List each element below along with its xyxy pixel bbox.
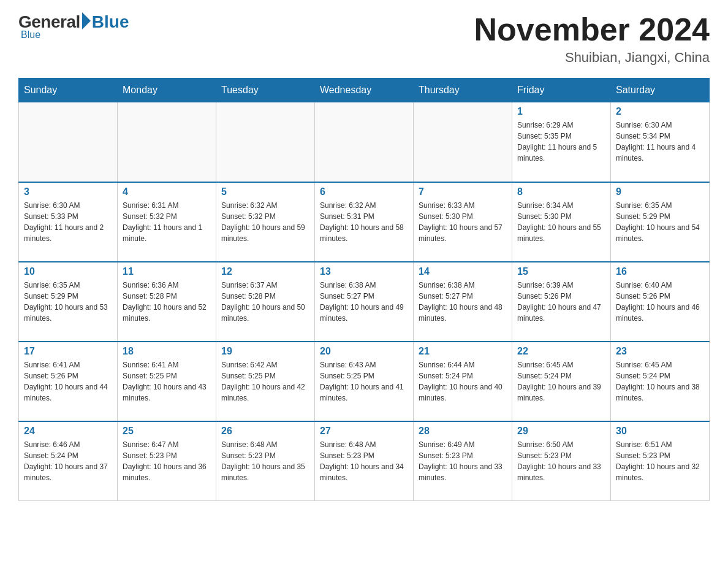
calendar-cell: 20Sunrise: 6:43 AMSunset: 5:25 PMDayligh… — [315, 342, 414, 421]
day-info: Sunrise: 6:29 AMSunset: 5:35 PMDaylight:… — [517, 120, 605, 164]
day-number: 12 — [221, 266, 309, 277]
calendar-cell — [216, 102, 315, 182]
day-info: Sunrise: 6:41 AMSunset: 5:26 PMDaylight:… — [24, 359, 112, 404]
day-number: 22 — [517, 346, 605, 357]
weekday-header-thursday: Thursday — [414, 79, 512, 102]
day-info: Sunrise: 6:47 AMSunset: 5:23 PMDaylight:… — [123, 439, 211, 483]
day-info: Sunrise: 6:43 AMSunset: 5:25 PMDaylight:… — [320, 359, 408, 404]
calendar-cell: 11Sunrise: 6:36 AMSunset: 5:28 PMDayligh… — [118, 262, 216, 342]
day-info: Sunrise: 6:37 AMSunset: 5:28 PMDaylight:… — [221, 280, 309, 324]
day-number: 4 — [123, 186, 211, 197]
weekday-header-sunday: Sunday — [19, 79, 118, 102]
day-number: 18 — [123, 346, 211, 357]
weekday-header-saturday: Saturday — [611, 79, 710, 102]
day-number: 19 — [221, 346, 309, 357]
calendar-week-row: 1Sunrise: 6:29 AMSunset: 5:35 PMDaylight… — [19, 102, 710, 182]
calendar-cell: 28Sunrise: 6:49 AMSunset: 5:23 PMDayligh… — [414, 421, 512, 501]
calendar-cell: 30Sunrise: 6:51 AMSunset: 5:23 PMDayligh… — [611, 421, 710, 501]
day-info: Sunrise: 6:38 AMSunset: 5:27 PMDaylight:… — [419, 280, 507, 324]
day-info: Sunrise: 6:48 AMSunset: 5:23 PMDaylight:… — [320, 439, 408, 483]
calendar-cell: 10Sunrise: 6:35 AMSunset: 5:29 PMDayligh… — [19, 262, 118, 342]
day-number: 10 — [24, 266, 112, 277]
calendar-cell: 6Sunrise: 6:32 AMSunset: 5:31 PMDaylight… — [315, 182, 414, 262]
day-number: 15 — [517, 266, 605, 277]
weekday-header-monday: Monday — [118, 79, 216, 102]
day-info: Sunrise: 6:39 AMSunset: 5:26 PMDaylight:… — [517, 280, 605, 324]
day-number: 20 — [320, 346, 408, 357]
calendar-cell: 26Sunrise: 6:48 AMSunset: 5:23 PMDayligh… — [216, 421, 315, 501]
calendar-cell: 4Sunrise: 6:31 AMSunset: 5:32 PMDaylight… — [118, 182, 216, 262]
logo-subtitle: Blue — [21, 29, 40, 40]
logo-triangle-icon — [82, 12, 91, 29]
day-info: Sunrise: 6:49 AMSunset: 5:23 PMDaylight:… — [419, 439, 507, 483]
day-info: Sunrise: 6:35 AMSunset: 5:29 PMDaylight:… — [24, 280, 112, 324]
day-info: Sunrise: 6:45 AMSunset: 5:24 PMDaylight:… — [616, 359, 704, 404]
calendar-cell: 29Sunrise: 6:50 AMSunset: 5:23 PMDayligh… — [512, 421, 611, 501]
calendar-subtitle: Shuibian, Jiangxi, China — [474, 50, 710, 66]
calendar-cell: 8Sunrise: 6:34 AMSunset: 5:30 PMDaylight… — [512, 182, 611, 262]
day-number: 28 — [419, 426, 507, 437]
logo-blue-text: Blue — [92, 12, 129, 32]
day-info: Sunrise: 6:48 AMSunset: 5:23 PMDaylight:… — [221, 439, 309, 483]
calendar-cell: 5Sunrise: 6:32 AMSunset: 5:32 PMDaylight… — [216, 182, 315, 262]
weekday-header-friday: Friday — [512, 79, 611, 102]
day-number: 8 — [517, 186, 605, 197]
day-number: 23 — [616, 346, 704, 357]
day-number: 2 — [616, 106, 704, 117]
day-number: 17 — [24, 346, 112, 357]
day-number: 11 — [123, 266, 211, 277]
day-info: Sunrise: 6:38 AMSunset: 5:27 PMDaylight:… — [320, 280, 408, 324]
calendar-cell: 15Sunrise: 6:39 AMSunset: 5:26 PMDayligh… — [512, 262, 611, 342]
calendar-cell: 18Sunrise: 6:41 AMSunset: 5:25 PMDayligh… — [118, 342, 216, 421]
day-info: Sunrise: 6:32 AMSunset: 5:32 PMDaylight:… — [221, 200, 309, 244]
calendar-cell — [315, 102, 414, 182]
day-number: 26 — [221, 426, 309, 437]
calendar-cell: 2Sunrise: 6:30 AMSunset: 5:34 PMDaylight… — [611, 102, 710, 182]
calendar-table: SundayMondayTuesdayWednesdayThursdayFrid… — [18, 78, 710, 501]
calendar-title: November 2024 — [474, 12, 710, 47]
day-number: 30 — [616, 426, 704, 437]
day-info: Sunrise: 6:45 AMSunset: 5:24 PMDaylight:… — [517, 359, 605, 404]
day-number: 6 — [320, 186, 408, 197]
calendar-cell: 17Sunrise: 6:41 AMSunset: 5:26 PMDayligh… — [19, 342, 118, 421]
day-info: Sunrise: 6:32 AMSunset: 5:31 PMDaylight:… — [320, 200, 408, 244]
day-info: Sunrise: 6:36 AMSunset: 5:28 PMDaylight:… — [123, 280, 211, 324]
calendar-cell: 25Sunrise: 6:47 AMSunset: 5:23 PMDayligh… — [118, 421, 216, 501]
calendar-cell: 9Sunrise: 6:35 AMSunset: 5:29 PMDaylight… — [611, 182, 710, 262]
calendar-week-row: 24Sunrise: 6:46 AMSunset: 5:24 PMDayligh… — [19, 421, 710, 501]
calendar-cell — [19, 102, 118, 182]
day-info: Sunrise: 6:50 AMSunset: 5:23 PMDaylight:… — [517, 439, 605, 483]
page-header: General Blue Blue November 2024 Shuibian… — [18, 12, 710, 66]
day-info: Sunrise: 6:30 AMSunset: 5:34 PMDaylight:… — [616, 120, 704, 164]
calendar-cell: 27Sunrise: 6:48 AMSunset: 5:23 PMDayligh… — [315, 421, 414, 501]
day-number: 3 — [24, 186, 112, 197]
title-section: November 2024 Shuibian, Jiangxi, China — [474, 12, 710, 66]
day-number: 25 — [123, 426, 211, 437]
day-info: Sunrise: 6:46 AMSunset: 5:24 PMDaylight:… — [24, 439, 112, 483]
calendar-cell — [118, 102, 216, 182]
calendar-cell: 19Sunrise: 6:42 AMSunset: 5:25 PMDayligh… — [216, 342, 315, 421]
day-number: 9 — [616, 186, 704, 197]
day-info: Sunrise: 6:44 AMSunset: 5:24 PMDaylight:… — [419, 359, 507, 404]
day-number: 29 — [517, 426, 605, 437]
day-info: Sunrise: 6:34 AMSunset: 5:30 PMDaylight:… — [517, 200, 605, 244]
calendar-cell — [414, 102, 512, 182]
logo: General Blue Blue — [18, 12, 129, 40]
day-info: Sunrise: 6:30 AMSunset: 5:33 PMDaylight:… — [24, 200, 112, 244]
day-info: Sunrise: 6:35 AMSunset: 5:29 PMDaylight:… — [616, 200, 704, 244]
weekday-header-tuesday: Tuesday — [216, 79, 315, 102]
day-number: 27 — [320, 426, 408, 437]
day-number: 1 — [517, 106, 605, 117]
day-number: 13 — [320, 266, 408, 277]
day-info: Sunrise: 6:41 AMSunset: 5:25 PMDaylight:… — [123, 359, 211, 404]
day-number: 24 — [24, 426, 112, 437]
calendar-cell: 22Sunrise: 6:45 AMSunset: 5:24 PMDayligh… — [512, 342, 611, 421]
calendar-cell: 16Sunrise: 6:40 AMSunset: 5:26 PMDayligh… — [611, 262, 710, 342]
calendar-cell: 12Sunrise: 6:37 AMSunset: 5:28 PMDayligh… — [216, 262, 315, 342]
day-number: 14 — [419, 266, 507, 277]
calendar-header-row: SundayMondayTuesdayWednesdayThursdayFrid… — [19, 79, 710, 102]
calendar-week-row: 3Sunrise: 6:30 AMSunset: 5:33 PMDaylight… — [19, 182, 710, 262]
day-info: Sunrise: 6:33 AMSunset: 5:30 PMDaylight:… — [419, 200, 507, 244]
day-number: 5 — [221, 186, 309, 197]
calendar-cell: 1Sunrise: 6:29 AMSunset: 5:35 PMDaylight… — [512, 102, 611, 182]
